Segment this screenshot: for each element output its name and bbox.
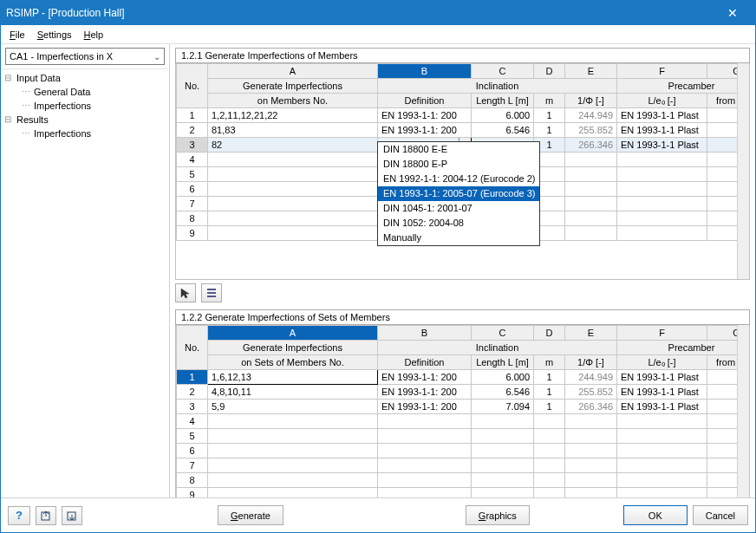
tree-group-input[interactable]: ⊟Input Data [4, 71, 166, 85]
row-header[interactable]: 8 [177, 473, 208, 488]
cell[interactable]: 0.000 [707, 108, 738, 123]
col-E-header[interactable]: E [565, 64, 617, 79]
cell[interactable] [707, 429, 738, 444]
row-header[interactable]: 3 [177, 400, 208, 414]
cell[interactable]: 244.949 [565, 370, 617, 385]
cell[interactable]: EN 1993-1-1 Plast [617, 123, 707, 138]
dropdown-option[interactable]: DIN 1052: 2004-08 [378, 216, 539, 231]
tree-imperfections-res[interactable]: ⋯Imperfections [4, 127, 166, 140]
cell[interactable] [534, 488, 565, 498]
tree-imperfections-in[interactable]: ⋯Imperfections [4, 99, 166, 113]
scrollbar-vertical[interactable] [737, 325, 749, 497]
col-G-header[interactable]: G [707, 326, 738, 341]
table-row[interactable]: 5 [177, 429, 738, 444]
col-G-header[interactable]: G [707, 64, 738, 79]
cell[interactable]: 1.600 [707, 138, 738, 153]
cell[interactable]: EN 1993-1-1 Plast [617, 400, 707, 414]
cell[interactable] [378, 429, 472, 444]
import-button[interactable] [62, 506, 82, 525]
cell[interactable] [208, 226, 378, 241]
cell[interactable] [208, 473, 378, 488]
definition-dropdown[interactable]: DIN 18800 E-EDIN 18800 E-PEN 1992-1-1: 2… [377, 141, 540, 246]
menu-file[interactable]: File [4, 28, 30, 42]
graphics-button[interactable]: Graphics [466, 505, 530, 525]
row-header[interactable]: 2 [177, 123, 208, 138]
cell[interactable] [534, 444, 565, 458]
cell[interactable]: 6.000 [472, 108, 534, 123]
tree-group-results[interactable]: ⊟Results [4, 113, 166, 127]
col-A-header[interactable]: A [208, 326, 378, 341]
col-E-header[interactable]: E [565, 326, 617, 341]
col-C-header[interactable]: C [472, 326, 534, 341]
cell[interactable] [617, 473, 707, 488]
cell[interactable] [472, 429, 534, 444]
cell[interactable] [472, 444, 534, 458]
window-close-button[interactable]: ✕ [715, 1, 750, 25]
cell[interactable] [534, 429, 565, 444]
cell[interactable] [472, 488, 534, 498]
row-header[interactable]: 9 [177, 226, 208, 241]
export-button[interactable] [36, 506, 56, 525]
row-header[interactable]: 4 [177, 153, 208, 167]
col-A-header[interactable]: A [208, 64, 378, 79]
cell[interactable] [472, 458, 534, 473]
cell[interactable] [707, 458, 738, 473]
cell[interactable] [617, 211, 707, 226]
row-header[interactable]: 1 [177, 108, 208, 123]
cell[interactable]: 6.546 [472, 385, 534, 400]
table-row[interactable]: 4 [177, 414, 738, 429]
col-C-header[interactable]: C [472, 64, 534, 79]
ok-button[interactable]: OK [623, 505, 688, 525]
cell[interactable] [565, 153, 617, 167]
member-list-button[interactable] [201, 283, 222, 302]
table-row[interactable]: 281,83EN 1993-1-1: 2006.5461255.852EN 19… [177, 123, 738, 138]
cell[interactable] [208, 211, 378, 226]
table-row[interactable]: 7 [177, 458, 738, 473]
cancel-button[interactable]: Cancel [693, 505, 748, 525]
table-2[interactable]: No. A B C D E F G Generate Imperfections… [176, 325, 737, 497]
cell[interactable] [707, 211, 738, 226]
row-header[interactable]: 7 [177, 458, 208, 473]
cell[interactable] [707, 167, 738, 182]
cell[interactable]: 1 [534, 385, 565, 400]
cell[interactable] [208, 444, 378, 458]
table-row[interactable]: 35,9EN 1993-1-1: 2007.0941266.346EN 1993… [177, 400, 738, 414]
cell[interactable] [208, 197, 378, 211]
row-header[interactable]: 7 [177, 197, 208, 211]
cell[interactable] [617, 429, 707, 444]
cell[interactable]: 1 [534, 108, 565, 123]
dropdown-option[interactable]: DIN 18800 E-E [378, 142, 539, 157]
cell[interactable]: 1,2,11,12,21,22 [208, 108, 378, 123]
cell[interactable] [617, 197, 707, 211]
cell[interactable]: 266.346 [565, 138, 617, 153]
dropdown-option[interactable]: EN 1993-1-1: 2005-07 (Eurocode 3) [378, 186, 539, 201]
cell[interactable]: 1.600 [707, 123, 738, 138]
cell[interactable] [707, 444, 738, 458]
dropdown-option[interactable]: DIN 18800 E-P [378, 157, 539, 172]
cell[interactable]: EN 1993-1-1 Plast [617, 138, 707, 153]
cell[interactable] [707, 153, 738, 167]
col-F-header[interactable]: F [617, 64, 707, 79]
cell[interactable]: 1.600 [707, 400, 738, 414]
cell[interactable]: EN 1993-1-1 Plast [617, 370, 707, 385]
cell[interactable] [617, 226, 707, 241]
col-no-header[interactable]: No. [177, 326, 208, 370]
cell[interactable] [565, 414, 617, 429]
cell[interactable] [617, 458, 707, 473]
cell[interactable] [208, 182, 378, 197]
menu-settings[interactable]: Settings [32, 28, 77, 42]
cell[interactable] [565, 211, 617, 226]
cell[interactable] [472, 473, 534, 488]
row-header[interactable]: 2 [177, 385, 208, 400]
cell[interactable]: EN 1993-1-1: 200 [378, 123, 472, 138]
dropdown-option[interactable]: EN 1992-1-1: 2004-12 (Eurocode 2) [378, 172, 539, 186]
help-button[interactable]: ? [8, 506, 30, 525]
col-F-header[interactable]: F [617, 326, 707, 341]
cell[interactable] [534, 414, 565, 429]
row-header[interactable]: 5 [177, 167, 208, 182]
cell[interactable] [617, 444, 707, 458]
cell[interactable] [208, 167, 378, 182]
col-B-header[interactable]: B [378, 326, 472, 341]
col-D-header[interactable]: D [534, 326, 565, 341]
cell[interactable]: EN 1993-1-1: 200 [378, 108, 472, 123]
